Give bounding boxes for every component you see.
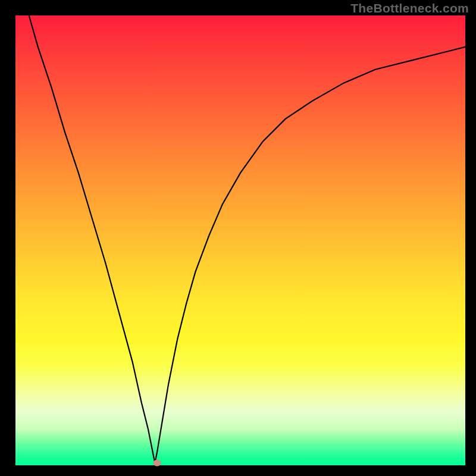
watermark-text: TheBottleneck.com: [350, 1, 469, 15]
chart-plot-area: [15, 15, 465, 465]
bottleneck-curve: [15, 15, 465, 465]
optimal-point-marker: [154, 460, 161, 466]
